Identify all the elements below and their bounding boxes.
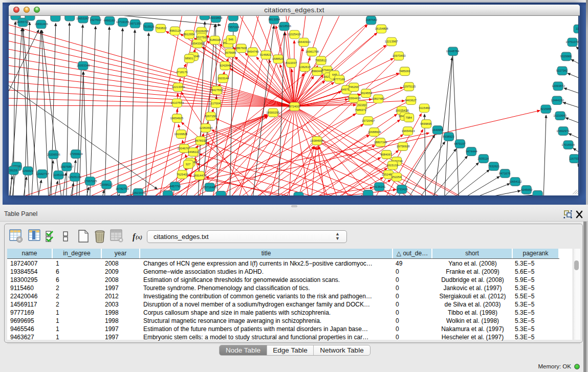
svg-text:8427552: 8427552 <box>211 89 223 92</box>
svg-text:9245652: 9245652 <box>521 188 532 191</box>
svg-text:8938923: 8938923 <box>443 135 454 138</box>
svg-text:10653267: 10653267 <box>76 17 90 20</box>
svg-text:23226058: 23226058 <box>195 30 208 33</box>
svg-text:12975115: 12975115 <box>403 85 416 88</box>
svg-text:1156829: 1156829 <box>22 169 33 172</box>
svg-text:8960124: 8960124 <box>169 29 181 32</box>
svg-text:19218506: 19218506 <box>278 25 291 28</box>
svg-text:16107554: 16107554 <box>171 101 184 104</box>
svg-text:1640956: 1640956 <box>432 128 443 132</box>
svg-text:546: 546 <box>228 38 233 41</box>
svg-text:7563822: 7563822 <box>155 27 166 30</box>
svg-text:2935114: 2935114 <box>477 157 489 160</box>
svg-text:117004: 117004 <box>211 102 221 105</box>
svg-text:3675685: 3675685 <box>225 51 236 54</box>
svg-text:2603144: 2603144 <box>217 77 229 80</box>
svg-text:16640910: 16640910 <box>297 40 311 43</box>
svg-text:(x): (x) <box>136 234 142 240</box>
svg-text:98901: 98901 <box>185 57 193 60</box>
svg-text:15692971: 15692971 <box>556 129 570 133</box>
svg-text:16782759: 16782759 <box>116 187 129 190</box>
svg-text:9463627: 9463627 <box>405 99 416 102</box>
svg-text:7515526: 7515526 <box>143 25 154 28</box>
svg-text:3498222: 3498222 <box>188 150 199 154</box>
svg-text:39159: 39159 <box>9 169 17 172</box>
svg-text:9474444: 9474444 <box>466 150 477 153</box>
svg-text:8267150: 8267150 <box>205 115 216 118</box>
svg-text:9115460: 9115460 <box>419 106 430 110</box>
svg-text:18807249: 18807249 <box>374 141 387 144</box>
svg-text:8454749: 8454749 <box>247 50 258 53</box>
svg-text:8678332: 8678332 <box>195 139 206 142</box>
svg-text:18300295: 18300295 <box>266 111 279 114</box>
svg-text:16210643: 16210643 <box>553 114 567 117</box>
svg-text:18724007: 18724007 <box>288 105 301 108</box>
svg-text:327: 327 <box>186 163 191 166</box>
svg-text:19654923: 19654923 <box>402 129 415 133</box>
svg-text:1527602: 1527602 <box>90 18 101 21</box>
svg-text:7625402: 7625402 <box>177 173 188 176</box>
svg-text:15720407: 15720407 <box>362 119 375 122</box>
svg-text:1615132: 1615132 <box>386 164 398 167</box>
svg-text:6466160: 6466160 <box>103 19 115 22</box>
svg-text:14136141: 14136141 <box>373 185 386 188</box>
svg-text:8471676: 8471676 <box>499 172 510 175</box>
svg-text:19756928: 19756928 <box>397 145 410 148</box>
svg-text:9084067: 9084067 <box>380 153 391 156</box>
svg-text:17359924: 17359924 <box>70 152 83 156</box>
svg-text:16033809: 16033809 <box>209 16 222 19</box>
svg-text:19654925: 19654925 <box>170 117 184 120</box>
svg-text:16671355: 16671355 <box>128 22 142 25</box>
svg-text:9457791: 9457791 <box>169 185 181 188</box>
svg-text:6879197: 6879197 <box>454 142 465 145</box>
svg-text:252254: 252254 <box>391 176 402 179</box>
svg-text:8215955: 8215955 <box>540 107 552 111</box>
svg-text:12942737: 12942737 <box>36 172 49 176</box>
svg-text:10688609: 10688609 <box>368 130 381 134</box>
svg-text:11325419: 11325419 <box>288 33 300 36</box>
svg-text:16543362: 16543362 <box>191 42 204 45</box>
svg-text:10973493: 10973493 <box>393 54 406 57</box>
svg-text:2867608: 2867608 <box>235 47 247 50</box>
svg-text:1167531: 1167531 <box>569 157 579 160</box>
svg-text:16648784: 16648784 <box>446 50 460 53</box>
svg-text:15751074: 15751074 <box>565 40 579 43</box>
svg-text:19384554: 19384554 <box>310 139 323 142</box>
svg-text:7986372: 7986372 <box>355 108 366 112</box>
svg-text:12353594: 12353594 <box>199 126 212 129</box>
svg-text:9699695: 9699695 <box>420 122 431 125</box>
svg-text:14055724: 14055724 <box>16 20 29 24</box>
svg-text:10654112: 10654112 <box>509 180 522 183</box>
svg-text:3624554: 3624554 <box>361 92 373 95</box>
svg-text:9146821: 9146821 <box>260 53 271 56</box>
svg-text:20053346: 20053346 <box>77 64 90 67</box>
svg-text:16154808: 16154808 <box>375 27 388 30</box>
svg-text:12093872: 12093872 <box>552 84 565 87</box>
svg-text:12213967: 12213967 <box>385 40 398 43</box>
svg-text:1112: 1112 <box>576 27 579 30</box>
svg-text:7357224: 7357224 <box>228 26 239 29</box>
svg-text:746266: 746266 <box>349 85 358 89</box>
svg-text:8912954: 8912954 <box>183 33 195 36</box>
svg-text:1588520: 1588520 <box>272 57 284 60</box>
svg-text:1145194: 1145194 <box>53 173 65 177</box>
svg-text:20206536: 20206536 <box>47 153 60 156</box>
svg-text:12505135: 12505135 <box>68 176 81 179</box>
svg-text:2087682: 2087682 <box>365 18 377 21</box>
svg-text:1733426: 1733426 <box>396 188 407 191</box>
svg-text:8322037: 8322037 <box>286 61 297 64</box>
svg-text:12444150: 12444150 <box>551 99 564 102</box>
svg-text:16914479: 16914479 <box>193 174 207 177</box>
svg-text:7632621: 7632621 <box>488 165 499 168</box>
svg-text:20364436: 20364436 <box>347 97 361 100</box>
svg-text:7984: 7984 <box>405 116 412 119</box>
svg-text:30975867: 30975867 <box>60 165 74 168</box>
svg-text:12923446: 12923446 <box>132 191 145 194</box>
svg-text:9329966: 9329966 <box>560 55 572 58</box>
svg-text:16961758: 16961758 <box>306 50 319 53</box>
svg-text:17016504: 17016504 <box>561 143 575 146</box>
svg-text:12213369: 12213369 <box>172 85 185 89</box>
svg-text:10958117: 10958117 <box>100 183 113 186</box>
svg-text:9327500: 9327500 <box>196 36 207 39</box>
svg-text:17957225: 17957225 <box>84 180 97 183</box>
